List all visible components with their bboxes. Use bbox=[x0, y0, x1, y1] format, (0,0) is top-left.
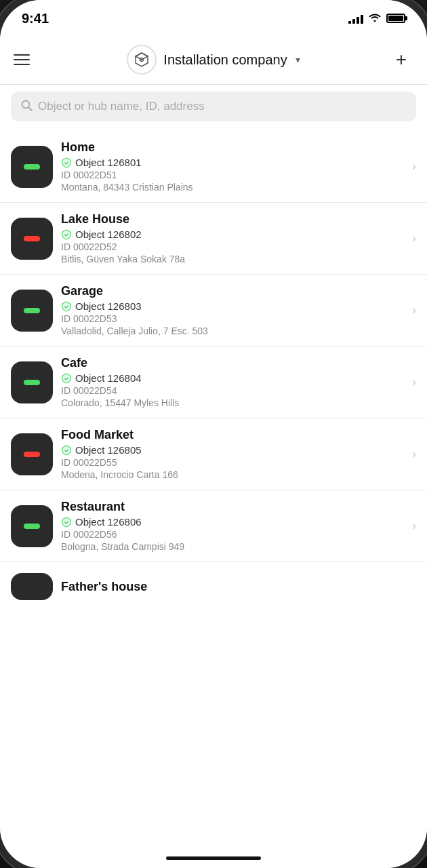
hamburger-line-2 bbox=[14, 59, 30, 60]
search-placeholder: Object or hub name, ID, address bbox=[38, 100, 205, 113]
item-object: Object 126805 bbox=[61, 444, 404, 456]
item-id: ID 00022D54 bbox=[61, 385, 404, 396]
list-item[interactable]: Cafe Object 126804 ID 00022D54 Colorado,… bbox=[0, 347, 427, 418]
list-item[interactable]: Restaurant Object 126806 ID 00022D56 Bol… bbox=[0, 490, 427, 562]
shield-icon bbox=[61, 445, 72, 456]
item-name: Lake House bbox=[61, 212, 404, 226]
search-bar[interactable]: Object or hub name, ID, address bbox=[11, 92, 416, 121]
company-name: Installation company bbox=[163, 52, 287, 68]
items-list: Home Object 126801 ID 00022D51 Montana, … bbox=[0, 131, 427, 868]
item-info: Garage Object 126803 ID 00022D53 Vallado… bbox=[53, 284, 412, 336]
item-id: ID 00022D56 bbox=[61, 529, 404, 540]
device-icon bbox=[11, 146, 53, 188]
shield-icon bbox=[61, 373, 72, 384]
device-icon bbox=[11, 433, 53, 475]
phone-shell: 9:41 bbox=[0, 0, 427, 868]
shield-icon bbox=[61, 229, 72, 240]
status-time: 9:41 bbox=[22, 11, 49, 26]
item-info: Cafe Object 126804 ID 00022D54 Colorado,… bbox=[53, 356, 412, 408]
item-object: Object 126802 bbox=[61, 229, 404, 240]
item-id: ID 00022D51 bbox=[61, 170, 404, 180]
device-led bbox=[24, 164, 40, 170]
item-object: Object 126804 bbox=[61, 372, 404, 384]
item-address: Modena, Incrocio Carta 166 bbox=[61, 469, 404, 480]
list-item[interactable]: Home Object 126801 ID 00022D51 Montana, … bbox=[0, 131, 427, 203]
item-name: Food Market bbox=[61, 428, 404, 442]
item-address: Valladolid, Calleja Julio, 7 Esc. 503 bbox=[61, 326, 404, 336]
list-item[interactable]: Garage Object 126803 ID 00022D53 Vallado… bbox=[0, 275, 427, 347]
item-object-label: Object 126806 bbox=[75, 516, 142, 528]
item-name: Home bbox=[61, 140, 404, 155]
shield-icon bbox=[61, 301, 72, 312]
item-address: Bitlis, Güven Yaka Sokak 78a bbox=[61, 254, 404, 264]
item-address: Colorado, 15447 Myles Hills bbox=[61, 397, 404, 408]
item-name: Garage bbox=[61, 284, 404, 298]
search-container: Object or hub name, ID, address bbox=[0, 85, 427, 131]
chevron-right-icon: › bbox=[412, 159, 416, 174]
item-object: Object 126801 bbox=[61, 157, 404, 168]
item-object-label: Object 126803 bbox=[75, 300, 142, 312]
status-icons bbox=[348, 12, 405, 24]
home-indicator bbox=[166, 856, 261, 860]
chevron-down-icon: ▾ bbox=[296, 54, 300, 65]
hamburger-line-1 bbox=[14, 54, 30, 56]
list-item-partial[interactable]: Father's house bbox=[0, 562, 427, 600]
device-icon-partial bbox=[11, 573, 53, 600]
svg-line-2 bbox=[29, 107, 33, 111]
signal-icon bbox=[348, 13, 363, 24]
item-info: Food Market Object 126805 ID 00022D55 Mo… bbox=[53, 428, 412, 480]
item-info: Lake House Object 126802 ID 00022D52 Bit… bbox=[53, 212, 412, 264]
device-icon bbox=[11, 290, 53, 332]
item-id: ID 00022D52 bbox=[61, 241, 404, 252]
item-address: Bologna, Strada Campisi 949 bbox=[61, 541, 404, 552]
status-bar: 9:41 bbox=[0, 0, 427, 37]
chevron-right-icon: › bbox=[412, 447, 416, 461]
chevron-right-icon: › bbox=[412, 519, 416, 533]
partial-item-name: Father's house bbox=[61, 580, 147, 594]
item-info: Restaurant Object 126806 ID 00022D56 Bol… bbox=[53, 500, 412, 552]
chevron-right-icon: › bbox=[412, 303, 416, 317]
device-icon bbox=[11, 505, 53, 547]
device-led bbox=[24, 308, 40, 313]
item-object-label: Object 126804 bbox=[75, 372, 142, 384]
shield-icon bbox=[61, 517, 72, 528]
item-info: Home Object 126801 ID 00022D51 Montana, … bbox=[53, 140, 412, 193]
device-led bbox=[24, 524, 40, 529]
shield-icon bbox=[61, 157, 72, 168]
search-icon bbox=[20, 99, 33, 115]
menu-button[interactable] bbox=[14, 47, 38, 72]
item-id: ID 00022D55 bbox=[61, 457, 404, 468]
battery-icon bbox=[386, 14, 405, 23]
add-button[interactable]: + bbox=[389, 47, 413, 72]
hamburger-line-3 bbox=[14, 64, 30, 65]
svg-point-1 bbox=[22, 100, 30, 108]
header: Installation company ▾ + bbox=[0, 37, 427, 85]
item-object-label: Object 126802 bbox=[75, 229, 142, 240]
device-led bbox=[24, 236, 40, 241]
company-logo bbox=[127, 45, 157, 75]
item-object-label: Object 126801 bbox=[75, 157, 142, 168]
list-item[interactable]: Food Market Object 126805 ID 00022D55 Mo… bbox=[0, 418, 427, 490]
list-item[interactable]: Lake House Object 126802 ID 00022D52 Bit… bbox=[0, 203, 427, 275]
item-name: Cafe bbox=[61, 356, 404, 370]
wifi-icon bbox=[369, 12, 381, 24]
chevron-right-icon: › bbox=[412, 375, 416, 389]
item-name: Restaurant bbox=[61, 500, 404, 514]
item-object: Object 126803 bbox=[61, 300, 404, 312]
item-address: Montana, 84343 Cristian Plains bbox=[61, 182, 404, 193]
device-led bbox=[24, 380, 40, 385]
item-id: ID 00022D53 bbox=[61, 313, 404, 324]
device-icon bbox=[11, 361, 53, 403]
device-led bbox=[24, 452, 40, 457]
item-object: Object 126806 bbox=[61, 516, 404, 528]
company-selector[interactable]: Installation company ▾ bbox=[127, 45, 300, 75]
chevron-right-icon: › bbox=[412, 231, 416, 245]
device-icon bbox=[11, 218, 53, 260]
item-object-label: Object 126805 bbox=[75, 444, 142, 456]
